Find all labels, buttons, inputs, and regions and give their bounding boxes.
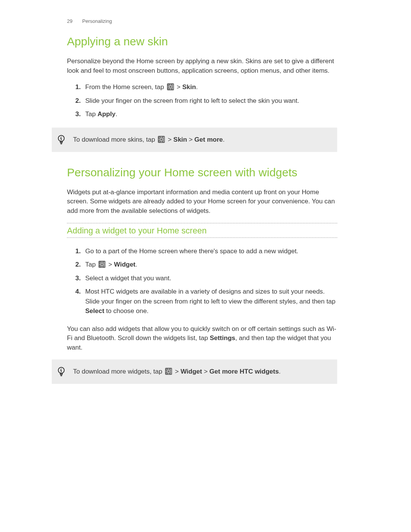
intro-widgets: Widgets put at-a-glance important inform…	[67, 188, 337, 216]
section-name: Personalizing	[82, 18, 112, 24]
dotted-rule	[67, 223, 337, 224]
step-1: 1. From the Home screen, tap > Skin.	[67, 82, 337, 92]
step-2: 2. Tap > Widget.	[67, 260, 337, 270]
steps-widget: 1. Go to a part of the Home screen where…	[67, 246, 337, 316]
personalize-icon	[165, 367, 172, 375]
heading-applying-new-skin: Applying a new skin	[67, 35, 337, 48]
page-number: 29	[67, 18, 72, 24]
step-2: 2. Slide your finger on the screen from …	[67, 96, 337, 106]
lightbulb-icon	[57, 366, 65, 377]
personalize-icon	[167, 83, 174, 91]
step-4: 4. Most HTC widgets are available in a v…	[67, 287, 337, 316]
step-1: 1. Go to a part of the Home screen where…	[67, 246, 337, 256]
dotted-rule	[67, 237, 337, 238]
lightbulb-icon	[57, 134, 65, 145]
personalize-icon	[158, 136, 165, 143]
step-3: 3. Select a widget that you want.	[67, 273, 337, 283]
heading-personalizing-widgets: Personalizing your Home screen with widg…	[67, 166, 337, 179]
tip-download-widgets: To download more widgets, tap > Widget >…	[52, 359, 337, 384]
widgets-settings-note: You can also add widgets that allow you …	[67, 324, 337, 353]
page-header: 29 Personalizing	[67, 18, 337, 24]
personalize-icon	[98, 260, 106, 268]
steps-skin: 1. From the Home screen, tap > Skin. 2. …	[67, 82, 337, 119]
intro-skin: Personalize beyond the Home screen by ap…	[67, 57, 337, 75]
step-3: 3. Tap Apply.	[67, 109, 337, 119]
subheading-adding-widget: Adding a widget to your Home screen	[67, 226, 337, 236]
tip-download-skins: To download more skins, tap > Skin > Get…	[52, 128, 337, 152]
